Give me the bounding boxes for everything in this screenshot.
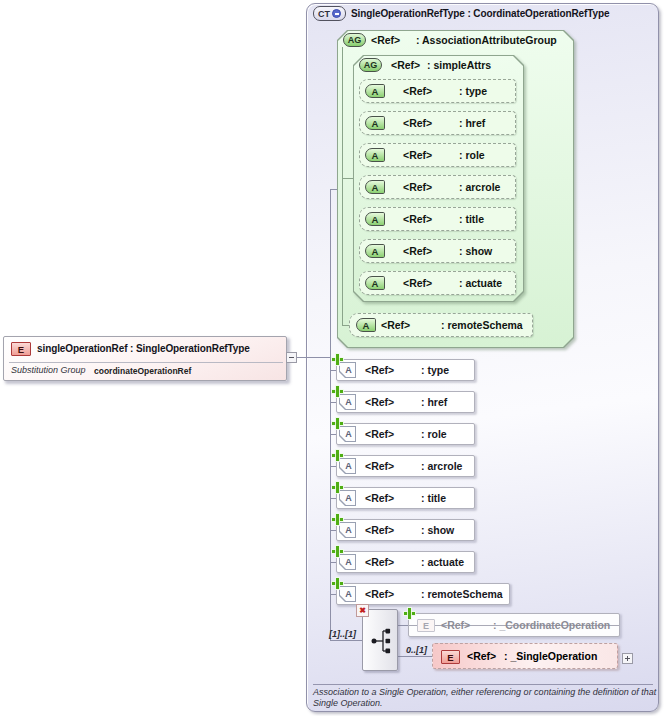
- ref-type: : type: [459, 85, 487, 97]
- substitution-group-label: Substitution Group: [11, 365, 86, 375]
- ref-name: <Ref>: [365, 428, 421, 440]
- attribute-row-type[interactable]: A <Ref>: type: [336, 359, 475, 381]
- ref-type: : type: [421, 364, 449, 376]
- ref-type: : actuate: [421, 556, 464, 568]
- attribute-row-show[interactable]: A <Ref>: show: [336, 519, 475, 541]
- collapse-icon[interactable]: [332, 9, 341, 18]
- ref-type: : href: [459, 117, 485, 129]
- attribute-group-title[interactable]: <Ref> : AssociationAttributeGroup: [371, 34, 557, 46]
- element-row-single-operation[interactable]: E <Ref>: _SingleOperation: [432, 643, 618, 669]
- ref-name: <Ref>: [467, 650, 504, 662]
- attribute-row-role[interactable]: A <Ref>: role: [359, 143, 516, 167]
- choice-compositor[interactable]: [362, 609, 398, 671]
- attribute-row-remote-schema[interactable]: A <Ref>: remoteSchema: [336, 583, 510, 605]
- connector-line: [398, 625, 408, 626]
- ref-type: : simpleAttrs: [427, 59, 491, 71]
- ref-name: <Ref>: [365, 524, 421, 536]
- ref-name: <Ref>: [365, 396, 421, 408]
- ref-name: <Ref>: [365, 492, 421, 504]
- attribute-row-title[interactable]: A <Ref>: title: [359, 207, 516, 231]
- connector-line: [330, 640, 362, 641]
- ref-name: <Ref>: [371, 34, 416, 46]
- attribute-row-type[interactable]: A <Ref>: type: [359, 79, 516, 103]
- ref-name: <Ref>: [403, 149, 459, 161]
- connector-line: [297, 357, 330, 358]
- attribute-row-role[interactable]: A <Ref>: role: [336, 423, 475, 445]
- attribute-badge: A: [365, 244, 385, 258]
- attribute-badge: A: [356, 318, 376, 332]
- ref-type: : remoteSchema: [441, 319, 523, 331]
- attribute-row-actuate[interactable]: A <Ref>: actuate: [359, 271, 516, 295]
- expand-plus-icon[interactable]: [332, 418, 343, 429]
- attribute-badge: A: [365, 212, 385, 226]
- attribute-row-title[interactable]: A <Ref>: title: [336, 487, 475, 509]
- ref-name: <Ref>: [403, 85, 459, 97]
- element-row-coordinate-operation-blocked[interactable]: E <Ref>: _CoordinateOperation: [408, 613, 620, 637]
- annotation-text: Association to a Single Operation, eithe…: [313, 687, 660, 709]
- attribute-badge: A: [365, 276, 385, 290]
- attribute-row-arcrole[interactable]: A <Ref>: arcrole: [336, 455, 475, 477]
- element-badge: E: [11, 342, 31, 356]
- ref-name: <Ref>: [365, 556, 421, 568]
- attribute-row-show[interactable]: A <Ref>: show: [359, 239, 516, 263]
- attribute-group-badge: AG: [359, 58, 382, 72]
- expand-plus-icon[interactable]: [332, 354, 343, 365]
- ref-name: <Ref>: [403, 213, 459, 225]
- attribute-row-arcrole[interactable]: A <Ref>: arcrole: [359, 175, 516, 199]
- expand-plus-icon[interactable]: [332, 386, 343, 397]
- ref-type: : role: [459, 149, 485, 161]
- ref-type: : title: [459, 213, 484, 225]
- substitution-group-value[interactable]: coordinateOperationRef: [94, 366, 191, 376]
- prohibited-icon: ✖: [356, 604, 369, 617]
- attribute-row-actuate[interactable]: A <Ref>: actuate: [336, 551, 475, 573]
- annotation-divider: [313, 684, 653, 685]
- ref-type: : show: [421, 524, 454, 536]
- collapse-connector-icon[interactable]: [286, 352, 297, 363]
- ref-name: <Ref>: [403, 181, 459, 193]
- ref-type: : remoteSchema: [421, 588, 503, 600]
- expand-plus-icon[interactable]: [332, 578, 343, 589]
- expand-plus-icon[interactable]: [332, 514, 343, 525]
- expand-plus-icon[interactable]: [332, 450, 343, 461]
- complex-type-title: SingleOperationRefType : CoordinateOpera…: [351, 8, 609, 19]
- attribute-badge: A: [365, 180, 385, 194]
- ref-type: : show: [459, 245, 492, 257]
- attribute-row-href[interactable]: A <Ref>: href: [336, 391, 475, 413]
- element-box-single-operation-ref[interactable]: E singleOperationRef : SingleOperationRe…: [3, 336, 287, 381]
- ref-type: : _CoordinateOperation: [493, 619, 610, 631]
- attribute-badge: A: [365, 148, 385, 162]
- element-divider: [9, 362, 283, 363]
- ref-type: : _SingleOperation: [504, 650, 597, 662]
- ref-name: <Ref>: [391, 59, 427, 71]
- attribute-group-badge: AG: [343, 33, 366, 47]
- element-badge: E: [441, 650, 460, 664]
- ref-type: : title: [421, 492, 446, 504]
- complex-type-badge-label: CT: [318, 9, 330, 19]
- connector-line: [398, 656, 432, 657]
- ref-name: <Ref>: [381, 319, 441, 331]
- ref-type: : role: [421, 428, 447, 440]
- cardinality-label: 0..[1]: [406, 645, 427, 655]
- complex-type-badge: CT: [313, 6, 346, 21]
- ref-name: <Ref>: [403, 277, 459, 289]
- connector-trunk: [330, 189, 331, 641]
- expand-plus-icon[interactable]: [332, 482, 343, 493]
- attribute-row-remote-schema[interactable]: A <Ref>: remoteSchema: [349, 313, 533, 337]
- attribute-row-href[interactable]: A <Ref>: href: [359, 111, 516, 135]
- ref-name: <Ref>: [365, 588, 421, 600]
- ref-name: <Ref>: [365, 364, 421, 376]
- expand-icon[interactable]: [622, 653, 633, 664]
- ref-name: <Ref>: [403, 245, 459, 257]
- expand-plus-icon[interactable]: [332, 546, 343, 557]
- schema-diagram: CT SingleOperationRefType : CoordinateOp…: [0, 0, 664, 716]
- expand-plus-icon[interactable]: [404, 608, 415, 619]
- ref-name: <Ref>: [441, 619, 493, 631]
- ref-type: : href: [421, 396, 447, 408]
- choice-icon: [370, 627, 393, 655]
- ref-type: : actuate: [459, 277, 502, 289]
- ref-name: <Ref>: [365, 460, 421, 472]
- element-badge: E: [417, 619, 435, 632]
- simple-attrs-title[interactable]: <Ref> : simpleAttrs: [391, 59, 491, 71]
- attribute-badge: A: [365, 116, 385, 130]
- connector-line: [330, 189, 337, 190]
